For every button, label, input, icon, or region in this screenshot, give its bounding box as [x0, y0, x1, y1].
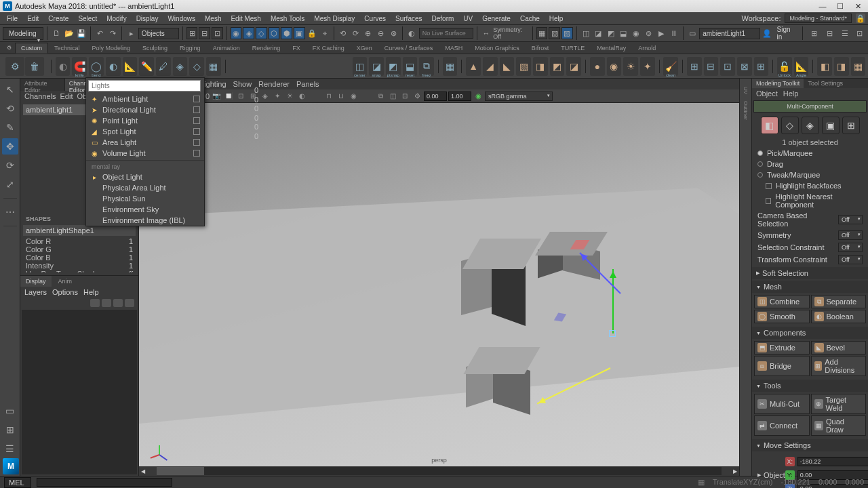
tk-mode-uv-icon[interactable]: ⊞	[842, 117, 860, 134]
shelf-icon[interactable]: ▧	[516, 57, 531, 76]
tk-smooth-button[interactable]: ◯Smooth	[754, 310, 810, 323]
layer-btn-icon[interactable]	[90, 299, 100, 307]
vp-menu-show[interactable]: Show	[233, 80, 252, 88]
shelf-icon[interactable]: ☀	[623, 57, 638, 76]
undo-icon[interactable]: ↶	[94, 27, 106, 39]
menu-help[interactable]: Help	[545, 14, 568, 24]
shelf-tab-bifrost[interactable]: Bifrost	[526, 43, 555, 54]
layout-icon[interactable]: ▭	[687, 27, 698, 39]
shelf-icon[interactable]: ✏️	[139, 57, 154, 76]
shelf-icon[interactable]: ◨	[834, 57, 849, 76]
cb-menu-edit[interactable]: Edit	[60, 92, 73, 100]
cb-shape-name[interactable]: ambientLightShape1	[23, 225, 136, 236]
tk-mode-edge-icon[interactable]: ◈	[802, 117, 819, 134]
tk-section-tools[interactable]: ▼Tools	[752, 380, 868, 392]
attr-value[interactable]: 1	[113, 262, 133, 270]
tk-hn-label[interactable]: Highlight Nearest Component	[775, 192, 863, 209]
rotate-z-value[interactable]: 0	[254, 132, 258, 142]
shelf-icon[interactable]: ⬓reset	[403, 57, 418, 76]
menu-uv[interactable]: UV	[459, 14, 477, 24]
attr-value[interactable]: 1	[113, 245, 133, 253]
single-pane-icon[interactable]: ▭	[2, 403, 18, 419]
shelf-tab-rigging[interactable]: Rigging	[174, 43, 207, 54]
rv-h-icon[interactable]: ⏸	[668, 27, 679, 39]
shelf-menu-icon[interactable]: ⚙	[3, 41, 15, 54]
move-tool-icon[interactable]: ✥	[2, 138, 18, 155]
tk-combine-button[interactable]: ◫Combine	[754, 295, 810, 308]
shelf-icon[interactable]: 🔓Unlock	[777, 57, 792, 76]
shelf-tab-technical[interactable]: Technical	[48, 43, 86, 54]
render-a-icon[interactable]: ▦	[536, 27, 548, 39]
shelf-tab-turtle[interactable]: TURTLE	[555, 43, 591, 54]
layers-menu[interactable]: Layers	[24, 288, 47, 296]
minimize-button[interactable]: —	[815, 1, 830, 11]
viewport-canvas[interactable]: ↖ persp	[139, 103, 739, 466]
symmetry-icon[interactable]: ↔	[481, 27, 492, 39]
light-option-directional[interactable]: ➤Directional Light	[86, 104, 204, 115]
workspace-dropdown[interactable]: Modeling - Standard*	[785, 14, 852, 23]
vp-icon[interactable]: ⊡	[399, 91, 410, 102]
shelf-tab-rendering[interactable]: Rendering	[246, 43, 287, 54]
menu-surfaces[interactable]: Surfaces	[391, 14, 426, 24]
tab-attribute-editor[interactable]: Attribute Editor	[20, 79, 65, 91]
vp-icon[interactable]: 📷	[211, 91, 222, 102]
vp-gamma-dropdown[interactable]: sRGB gamma	[485, 92, 553, 101]
layer-btn-icon[interactable]	[113, 299, 123, 307]
menuset-dropdown[interactable]: Modeling	[3, 27, 43, 40]
menu-deform[interactable]: Deform	[428, 14, 458, 24]
menu-windows[interactable]: Windows	[163, 14, 199, 24]
select-mode-icon[interactable]: ▸	[125, 27, 137, 39]
menu-editmesh[interactable]: Edit Mesh	[226, 14, 264, 24]
attr-value[interactable]: off	[113, 270, 133, 272]
viewport-scrollbar[interactable]: ◀ ▶	[139, 466, 739, 476]
shelf-icon[interactable]: ✦	[640, 57, 655, 76]
scale-tool-icon[interactable]: ⤢	[2, 176, 18, 192]
snap-curve-icon[interactable]: ⊟	[199, 27, 210, 39]
rv-c-icon[interactable]: ◩	[606, 27, 617, 39]
shelf-icon[interactable]: ⊟	[704, 57, 719, 76]
checkbox-icon[interactable]	[766, 198, 771, 204]
menu-edit[interactable]: Edit	[23, 14, 43, 24]
tk-multicomponent-header[interactable]: Multi-Component	[753, 100, 867, 113]
snap-b-icon[interactable]: ◈	[243, 27, 254, 39]
cb-menu-channels[interactable]: Channels	[24, 92, 56, 100]
shelf-tab-polymodeling[interactable]: Poly Modeling	[86, 43, 137, 54]
rotate-x-value[interactable]: 0	[254, 114, 258, 123]
sidetab-outliner[interactable]: Outliner	[743, 98, 749, 123]
tk-adddiv-button[interactable]: ⊞Add Divisions	[811, 356, 867, 376]
snap-d-icon[interactable]: ⬡	[269, 27, 280, 39]
light-option-ambient[interactable]: ✦Ambient Light	[86, 94, 204, 104]
radio-icon[interactable]	[757, 150, 763, 156]
cube-geometry[interactable]	[539, 232, 607, 279]
shelf-tab-xgen[interactable]: XGen	[351, 43, 378, 54]
shelf-tab-curves[interactable]: Curves / Surfaces	[378, 43, 439, 54]
shelf-icon[interactable]: ◨	[533, 57, 548, 76]
option-box-icon[interactable]	[193, 106, 200, 113]
tk-trac-dropdown[interactable]: Off	[838, 255, 863, 264]
shelf-tab-sculpting[interactable]: Sculpting	[136, 43, 174, 54]
rotate-tool-icon[interactable]: ⟳	[2, 157, 18, 174]
mel-label[interactable]: MEL	[4, 477, 31, 488]
tk-multicut-button[interactable]: ✂Multi-Cut	[754, 394, 810, 414]
shelf-icon[interactable]: ⊞	[754, 57, 769, 76]
four-pane-icon[interactable]: ⊞	[2, 422, 18, 438]
vp-icon[interactable]: ✦	[272, 91, 283, 102]
layer-btn-icon[interactable]	[102, 299, 111, 307]
tk-bevel-button[interactable]: ◣Bevel	[811, 341, 867, 354]
lasso-tool-icon[interactable]: ⟲	[2, 100, 18, 117]
option-box-icon[interactable]	[193, 96, 200, 102]
vp-menu-renderer[interactable]: Renderer	[258, 80, 290, 88]
lock-icon[interactable]: 🔒	[856, 14, 865, 23]
snap-e-icon[interactable]: ⬢	[281, 27, 292, 39]
menu-create[interactable]: Create	[44, 14, 73, 24]
shelf-tab-fx[interactable]: FX	[286, 43, 307, 54]
tk-hb-label[interactable]: Highlight Backfaces	[776, 182, 842, 190]
live-surface-icon[interactable]: ◐	[406, 27, 418, 39]
shelf-icon[interactable]: ◐	[56, 57, 71, 76]
tk-bridge-button[interactable]: ⧈Bridge	[754, 356, 810, 376]
vp-icon[interactable]: ⚙	[412, 91, 422, 102]
snap-f-icon[interactable]: ▣	[294, 27, 305, 39]
tk-tab-toolsettings[interactable]: Tool Settings	[804, 79, 847, 88]
pane-c-icon[interactable]: ☰	[839, 27, 850, 39]
signin-button[interactable]: Sign in	[777, 26, 796, 41]
